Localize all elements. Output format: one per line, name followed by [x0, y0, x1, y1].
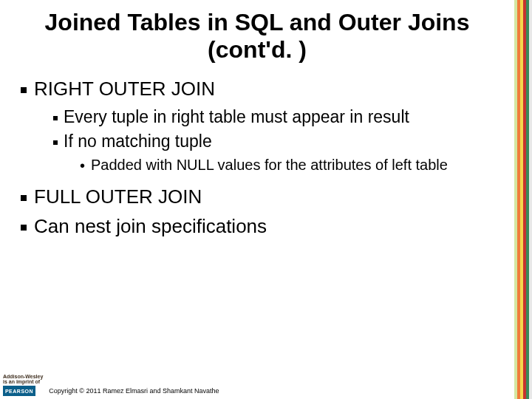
publisher-block: Addison-Wesley is an imprint of PEARSON [3, 374, 43, 396]
list-item: Can nest join specifications [34, 214, 504, 239]
copyright-text: Copyright © 2011 Ramez Elmasri and Shamk… [49, 387, 219, 395]
publisher-line: is an imprint of [3, 379, 40, 385]
list-item: If no matching tuple [64, 131, 504, 152]
pearson-logo: PEARSON [3, 386, 35, 396]
list-item: FULL OUTER JOIN [34, 185, 504, 209]
list-item: RIGHT OUTER JOIN [34, 77, 504, 101]
footer: Addison-Wesley is an imprint of PEARSON … [0, 369, 514, 399]
decorative-color-strip [514, 0, 532, 399]
bullet-list: RIGHT OUTER JOIN Every tuple in right ta… [10, 77, 504, 239]
slide-title: Joined Tables in SQL and Outer Joins (co… [10, 9, 504, 64]
list-item: Padded with NULL values for the attribut… [90, 155, 504, 174]
publisher-line: Addison-Wesley [3, 374, 43, 380]
slide-body: Joined Tables in SQL and Outer Joins (co… [0, 0, 514, 399]
list-item: Every tuple in right table must appear i… [64, 106, 504, 128]
